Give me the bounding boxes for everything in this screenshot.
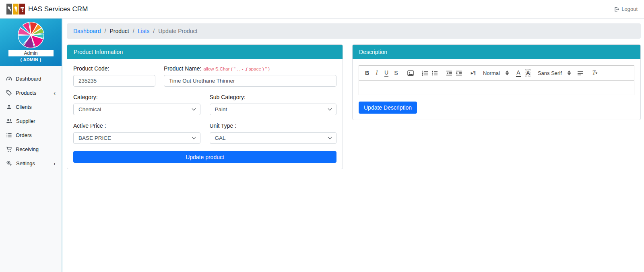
chevron-down-icon	[192, 135, 196, 139]
update-product-button[interactable]: Update product	[73, 151, 336, 163]
breadcrumb-product: Product	[109, 28, 129, 34]
chevron-down-icon	[328, 107, 332, 111]
app-title: HAS Services CRM	[28, 5, 88, 13]
updown-arrows-icon	[506, 71, 509, 75]
product-code-input[interactable]	[73, 75, 155, 87]
italic-button[interactable]: I	[372, 69, 382, 77]
hammer-icon	[6, 4, 12, 15]
product-name-validation-hint: allow S.Char ( " . , - ,( space ) " )	[203, 66, 270, 71]
outdent-icon	[446, 70, 452, 76]
sidebar-item-label: Orders	[16, 132, 32, 138]
sidebar-item-label: Settings	[16, 160, 35, 166]
category-selected-value: Chemical	[78, 106, 101, 112]
chevron-down-icon	[328, 135, 332, 139]
description-card: Description B I U S	[352, 44, 641, 120]
product-name-label: Product Name:	[164, 65, 201, 72]
spray-tool-icon	[13, 4, 19, 15]
unit-type-label: Unit Type :	[210, 123, 237, 129]
bullet-list-icon	[431, 70, 438, 76]
header-format-value: Normal	[483, 70, 500, 76]
clear-formatting-button[interactable]: Tx	[590, 69, 600, 77]
roller-tool-icon	[19, 4, 25, 15]
user-role-badge: ( ADMIN )	[21, 57, 41, 62]
breadcrumb-dashboard-link[interactable]: Dashboard	[73, 28, 101, 34]
sub-category-label: Sub Category:	[210, 94, 246, 100]
sidebar-item-settings[interactable]: Settings ‹	[0, 156, 62, 170]
rich-text-editor: B I U S	[359, 65, 634, 95]
unit-type-select[interactable]: GAL	[210, 132, 337, 144]
user-name: Admin	[8, 50, 54, 56]
product-card-title: Product Information	[67, 45, 343, 59]
sign-out-icon	[614, 6, 619, 12]
breadcrumb-lists-link[interactable]: Lists	[138, 28, 150, 34]
breadcrumb: Dashboard / Product / Lists / Update Pro…	[67, 23, 641, 39]
user-icon	[6, 104, 12, 110]
editor-content-area[interactable]	[359, 81, 634, 95]
font-picker[interactable]: Sans Serif	[538, 70, 571, 76]
text-color-button[interactable]: A	[514, 69, 523, 77]
header-format-picker[interactable]: Normal	[483, 70, 509, 76]
users-icon	[6, 118, 12, 124]
product-name-input[interactable]	[164, 75, 336, 87]
bullet-list-button[interactable]	[430, 69, 440, 77]
sub-category-selected-value: Paint	[215, 106, 227, 112]
sidebar-item-dashboard[interactable]: Dashboard	[0, 72, 62, 86]
chevron-left-icon: ‹	[54, 90, 56, 96]
main-content: Dashboard / Product / Lists / Update Pro…	[62, 19, 644, 272]
updown-arrows-icon	[568, 71, 571, 75]
outdent-button[interactable]	[444, 69, 454, 77]
font-picker-value: Sans Serif	[538, 70, 562, 76]
brand: HAS Services CRM	[6, 4, 88, 15]
ordered-list-button[interactable]	[420, 69, 430, 77]
sidebar-user-panel: Admin ( ADMIN )	[0, 19, 62, 66]
update-description-button[interactable]: Update Description	[359, 102, 417, 114]
chevron-left-icon: ‹	[54, 161, 56, 166]
active-price-label: Active Price :	[73, 123, 106, 129]
tag-icon	[6, 90, 12, 96]
product-code-label: Product Code:	[73, 65, 109, 72]
chevron-down-icon	[192, 107, 196, 111]
underline-button[interactable]: U	[382, 69, 391, 77]
breadcrumb-separator: /	[105, 28, 106, 34]
breadcrumb-separator: /	[133, 28, 134, 34]
list-icon	[6, 132, 12, 138]
sidebar-item-products[interactable]: Products ‹	[0, 86, 62, 100]
editor-toolbar: B I U S	[359, 66, 634, 81]
sidebar-item-label: Products	[16, 90, 36, 96]
insert-image-button[interactable]	[406, 69, 415, 77]
sidebar-item-label: Clients	[16, 104, 32, 110]
sidebar-item-label: Supplier	[16, 118, 35, 124]
cogs-icon	[6, 160, 12, 166]
image-icon	[407, 70, 414, 76]
sidebar: Admin ( ADMIN ) Dashboard Products ‹ Cli…	[0, 19, 62, 272]
align-button[interactable]	[576, 69, 585, 77]
unit-type-selected-value: GAL	[215, 135, 226, 141]
description-card-title: Description	[353, 45, 640, 59]
sidebar-item-orders[interactable]: Orders	[0, 128, 62, 142]
sidebar-menu: Dashboard Products ‹ Clients Supplier Or…	[0, 66, 62, 170]
align-icon	[577, 70, 584, 76]
breadcrumb-separator: /	[153, 28, 155, 34]
strikethrough-button[interactable]: S	[391, 69, 401, 77]
sidebar-item-supplier[interactable]: Supplier	[0, 114, 62, 128]
sidebar-item-receiving[interactable]: Receiving	[0, 142, 62, 156]
active-price-select[interactable]: BASE PRICE	[73, 132, 200, 144]
product-information-card: Product Information Product Code: Produc…	[67, 44, 343, 169]
sidebar-item-clients[interactable]: Clients	[0, 100, 62, 114]
background-color-button[interactable]: A	[523, 69, 533, 77]
cart-icon	[6, 146, 12, 152]
text-direction-button[interactable]: ▸¶	[469, 69, 478, 77]
bold-button[interactable]: B	[362, 69, 372, 77]
indent-button[interactable]	[454, 69, 464, 77]
sidebar-item-label: Dashboard	[16, 76, 41, 82]
category-select[interactable]: Chemical	[73, 104, 200, 115]
pinwheel-logo-icon	[17, 21, 45, 49]
active-price-selected-value: BASE PRICE	[78, 135, 111, 141]
breadcrumb-current: Update Product	[158, 28, 197, 34]
topbar: HAS Services CRM Logout	[0, 0, 644, 19]
tachometer-icon	[6, 76, 12, 82]
ordered-list-icon	[422, 70, 428, 76]
sub-category-select[interactable]: Paint	[210, 104, 337, 115]
category-label: Category:	[73, 94, 98, 100]
logout-button[interactable]: Logout	[614, 6, 638, 12]
